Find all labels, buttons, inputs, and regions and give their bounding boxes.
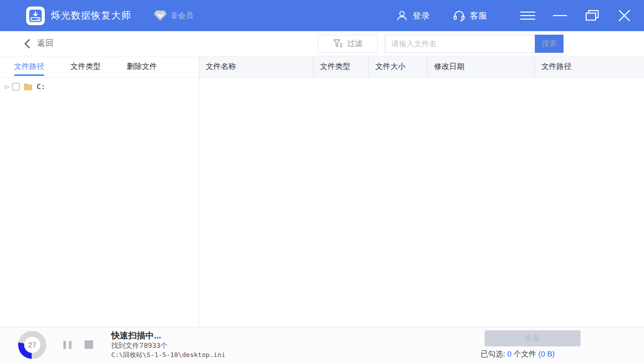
scan-progress-donut: 27	[18, 331, 46, 359]
tree-node-label: C:	[37, 82, 45, 90]
recover-button[interactable]: 恢复	[485, 330, 581, 346]
member-badge-label: 非会员	[171, 11, 193, 21]
main-area: 文件路径 文件类型 删除文件 ▷ C: 文件名称 文件类型 文件大小 修改日期 …	[0, 56, 644, 327]
scan-found-count: 找到文件78933个	[111, 341, 225, 350]
hamburger-icon	[520, 11, 535, 21]
user-icon	[396, 10, 408, 22]
diamond-icon	[153, 10, 167, 21]
checked-count: 0	[507, 349, 511, 358]
headset-icon	[453, 10, 465, 22]
member-badge[interactable]: 非会员	[153, 10, 193, 21]
close-button[interactable]	[614, 7, 635, 25]
tab-file-type[interactable]: 文件类型	[70, 56, 101, 77]
login-button[interactable]: 登录	[396, 10, 430, 22]
maximize-button[interactable]	[582, 7, 603, 25]
column-header-file-size[interactable]: 文件大小	[369, 56, 428, 77]
scan-status-title: 快速扫描中...	[111, 330, 225, 341]
expander-icon[interactable]: ▷	[3, 83, 11, 90]
close-icon	[618, 10, 630, 22]
menu-button[interactable]	[517, 7, 538, 25]
filter-label: 过滤	[347, 39, 362, 48]
filter-icon	[333, 39, 343, 48]
column-header-file-name[interactable]: 文件名称	[199, 56, 313, 77]
tab-file-path[interactable]: 文件路径	[14, 56, 44, 77]
back-button[interactable]: 返回	[23, 38, 53, 49]
scan-current-file: C:\回收站\S-1-5-18\desktop.ini	[111, 350, 225, 359]
search-input[interactable]	[385, 35, 535, 53]
checked-label: 已勾选:	[480, 349, 505, 358]
results-panel: 文件名称 文件类型 文件大小 修改日期 文件路径	[199, 56, 644, 327]
toolbar: 返回 过滤 搜索	[0, 31, 644, 56]
minimize-icon	[553, 11, 567, 21]
service-label: 客服	[470, 10, 487, 22]
filter-button[interactable]: 过滤	[317, 35, 378, 53]
pause-button[interactable]	[63, 341, 71, 349]
file-tree: ▷ C:	[0, 77, 199, 92]
checked-size: (0 B)	[538, 349, 555, 358]
column-header-modified-date[interactable]: 修改日期	[428, 56, 535, 77]
app-title: 烁光数据恢复大师	[51, 9, 131, 22]
scan-status: 快速扫描中... 找到文件78933个 C:\回收站\S-1-5-18\desk…	[111, 330, 225, 359]
login-label: 登录	[413, 10, 430, 22]
stop-button[interactable]	[85, 340, 93, 349]
chevron-left-icon	[23, 39, 31, 49]
folder-icon	[24, 83, 33, 90]
minimize-button[interactable]	[549, 7, 571, 25]
recover-area: 恢复 已勾选: 0 个文件 (0 B)	[485, 330, 581, 359]
checked-unit: 个文件	[514, 349, 536, 358]
left-panel: 文件路径 文件类型 删除文件 ▷ C:	[0, 56, 199, 327]
column-header-file-type[interactable]: 文件类型	[313, 56, 369, 77]
left-panel-tabs: 文件路径 文件类型 删除文件	[0, 56, 199, 77]
tree-row-c-drive[interactable]: ▷ C:	[3, 81, 199, 92]
back-label: 返回	[37, 38, 53, 49]
tab-deleted-files[interactable]: 删除文件	[127, 56, 157, 77]
scan-progress-percent: 27	[24, 337, 40, 353]
checked-summary: 已勾选: 0 个文件 (0 B)	[480, 349, 555, 359]
results-table-header: 文件名称 文件类型 文件大小 修改日期 文件路径	[199, 56, 644, 77]
customer-service-button[interactable]: 客服	[453, 10, 487, 22]
search-button[interactable]: 搜索	[535, 35, 564, 53]
titlebar: 烁光数据恢复大师 非会员 登录 客服	[0, 0, 644, 31]
column-header-file-path[interactable]: 文件路径	[535, 56, 644, 77]
app-logo-icon	[26, 7, 45, 25]
restore-icon	[585, 10, 599, 22]
statusbar: 27 快速扫描中... 找到文件78933个 C:\回收站\S-1-5-18\d…	[0, 327, 644, 362]
drive-checkbox[interactable]	[12, 83, 20, 90]
results-table-body	[199, 77, 644, 327]
